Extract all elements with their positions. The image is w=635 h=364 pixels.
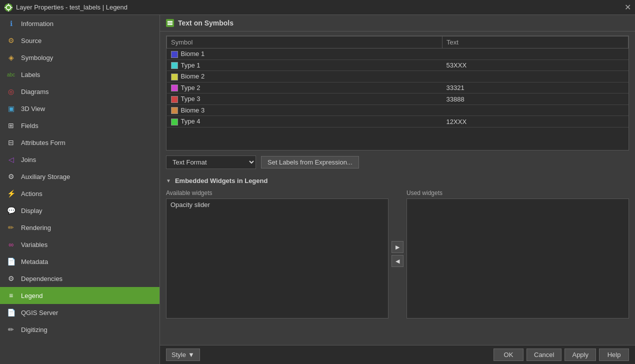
sidebar-item-display[interactable]: 💬Display (0, 202, 160, 219)
widgets-arrows: ▶ ◀ (388, 241, 406, 267)
text-format-select[interactable]: Text Format (166, 156, 256, 169)
rendering-icon: ✏ (6, 222, 16, 232)
table-row: Type 153XXX (167, 60, 628, 71)
sidebar-label-fields: Fields (21, 122, 38, 130)
symbol-text-cell: 33888 (442, 94, 628, 105)
sidebar-label-digitizing: Digitizing (21, 326, 48, 334)
style-button[interactable]: Style ▼ (166, 348, 200, 361)
widgets-layout: Available widgets Opacity slider ▶ ◀ Use… (166, 190, 629, 318)
svg-rect-8 (168, 24, 172, 25)
qgis-server-icon: 📄 (6, 308, 16, 318)
section-header: Text on Symbols (160, 15, 635, 32)
sidebar-item-qgis-server[interactable]: 📄QGIS Server (0, 304, 160, 321)
sidebar-label-symbology: Symbology (21, 54, 53, 62)
sidebar-label-dependencies: Dependencies (21, 275, 62, 282)
sidebar-label-auxiliary-storage: Auxiliary Storage (21, 173, 70, 180)
sidebar-item-digitizing[interactable]: ✏Digitizing (0, 321, 160, 338)
window-title: Layer Properties - test_labels | Legend (16, 4, 128, 11)
dependencies-icon: ⚙ (6, 274, 16, 284)
information-icon: ℹ (6, 18, 16, 28)
title-bar-left: Layer Properties - test_labels | Legend (4, 3, 128, 12)
sidebar-item-metadata[interactable]: 📄Metadata (0, 253, 160, 270)
set-labels-button[interactable]: Set Labels from Expression... (261, 156, 359, 168)
used-widgets-section: Used widgets (406, 190, 629, 318)
symbol-cell: Biome 3 (167, 104, 442, 116)
ok-button[interactable]: OK (494, 348, 524, 361)
sidebar-item-information[interactable]: ℹInformation (0, 15, 160, 32)
actions-icon: ⚡ (6, 188, 16, 198)
symbol-color-box (171, 107, 178, 114)
symbol-cell: Type 2 (167, 82, 442, 94)
symbol-text-cell (442, 48, 628, 60)
legend-section-icon (167, 20, 173, 26)
legend-icon: ≡ (6, 290, 16, 300)
svg-rect-7 (168, 22, 172, 24)
available-widgets-section: Available widgets Opacity slider (166, 190, 388, 318)
sidebar-item-dependencies[interactable]: ⚙Dependencies (0, 270, 160, 287)
sidebar-label-joins: Joins (21, 156, 36, 164)
sidebar-item-labels[interactable]: abcLabels (0, 66, 160, 83)
sidebar-item-attributes-form[interactable]: ⊟Attributes Form (0, 134, 160, 151)
apply-button[interactable]: Apply (564, 348, 596, 361)
table-row: Biome 2 (167, 71, 628, 82)
symbol-color-box (171, 74, 178, 80)
display-icon: 💬 (6, 206, 16, 216)
sidebar-item-source[interactable]: ⚙Source (0, 32, 160, 49)
attributes-form-icon: ⊟ (6, 138, 16, 148)
digitizing-icon: ✏ (6, 324, 16, 334)
sidebar-label-qgis-server: QGIS Server (21, 309, 58, 316)
fields-icon: ⊞ (6, 120, 16, 130)
sidebar-label-legend: Legend (21, 292, 42, 300)
svg-rect-6 (168, 21, 172, 22)
sidebar-item-joins[interactable]: ◁Joins (0, 151, 160, 168)
style-label: Style (172, 351, 186, 358)
available-widgets-label: Available widgets (166, 190, 388, 196)
symbol-text-cell (442, 71, 628, 82)
sidebar-item-diagrams[interactable]: ◎Diagrams (0, 83, 160, 100)
diagrams-icon: ◎ (6, 86, 16, 96)
close-button[interactable]: ✕ (624, 2, 631, 12)
sidebar-item-3dview[interactable]: ▣3D View (0, 100, 160, 117)
help-button[interactable]: Help (599, 348, 629, 361)
symbol-cell: Type 3 (167, 94, 442, 105)
symbol-cell: Type 1 (167, 60, 442, 71)
sidebar-item-fields[interactable]: ⊞Fields (0, 117, 160, 134)
sidebar-item-actions[interactable]: ⚡Actions (0, 185, 160, 202)
available-widget-item[interactable]: Opacity slider (166, 199, 388, 210)
source-icon: ⚙ (6, 36, 16, 46)
symbols-table: Symbol Text Biome 1Type 153XXXBiome 2Typ… (166, 36, 628, 128)
embedded-widgets-title: Embedded Widgets in Legend (175, 177, 268, 184)
symbol-text-cell: 33321 (442, 82, 628, 94)
cancel-button[interactable]: Cancel (526, 348, 562, 361)
sidebar-label-labels: Labels (21, 71, 40, 78)
symbol-text-cell: 12XXX (442, 116, 628, 128)
sidebar-label-rendering: Rendering (21, 224, 51, 232)
symbols-table-container: Symbol Text Biome 1Type 153XXXBiome 2Typ… (166, 36, 629, 150)
sidebar-label-information: Information (21, 20, 54, 28)
sidebar-item-symbology[interactable]: ◈Symbology (0, 49, 160, 66)
joins-icon: ◁ (6, 154, 16, 164)
content-scroll: Symbol Text Biome 1Type 153XXXBiome 2Typ… (160, 32, 635, 345)
move-left-button[interactable]: ◀ (392, 255, 404, 267)
sidebar-item-rendering[interactable]: ✏Rendering (0, 219, 160, 236)
sidebar: ℹInformation⚙Source◈SymbologyabcLabels◎D… (0, 15, 160, 364)
sidebar-label-source: Source (21, 37, 42, 44)
symbol-color-box (171, 84, 178, 92)
sidebar-item-variables[interactable]: ∞Variables (0, 236, 160, 253)
move-right-button[interactable]: ▶ (392, 241, 404, 253)
sidebar-label-actions: Actions (21, 190, 42, 198)
symbol-text-cell: 53XXX (442, 60, 628, 71)
labels-icon: abc (6, 70, 16, 80)
symbol-cell: Type 4 (167, 116, 442, 128)
used-widgets-panel (406, 198, 629, 318)
text-format-row: Text Format Set Labels from Expression..… (166, 156, 629, 169)
sidebar-item-auxiliary-storage[interactable]: ⚙Auxiliary Storage (0, 168, 160, 185)
footer: Style ▼ OK Cancel Apply Help (160, 345, 635, 364)
table-row: Type 412XXX (167, 116, 628, 128)
symbol-color-box (171, 51, 178, 58)
used-widgets-label: Used widgets (406, 190, 629, 196)
symbol-text-cell (442, 104, 628, 116)
qgis-logo-icon (4, 3, 13, 12)
sidebar-item-legend[interactable]: ≡Legend (0, 287, 160, 304)
symbol-color-box (171, 96, 178, 103)
